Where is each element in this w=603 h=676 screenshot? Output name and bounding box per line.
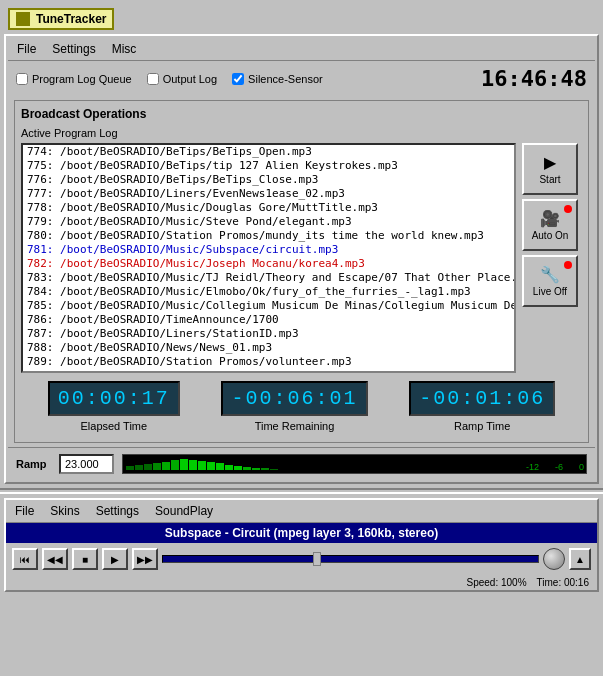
log-item: 787: /boot/BeOSRADIO/Liners/StationID.mp… — [27, 327, 510, 341]
log-item: 786: /boot/BeOSRADIO/TimeAnnounce/1700 — [27, 313, 510, 327]
wrench-icon: 🔧 — [540, 265, 560, 284]
log-item: 775: /boot/BeOSRADIO/BeTips/tip 127 Alie… — [27, 159, 510, 173]
player-menu: File Skins Settings SoundPlay — [6, 500, 597, 523]
vu-bar-4 — [153, 463, 161, 470]
title-bar: TuneTracker — [8, 8, 114, 30]
vu-bar-17 — [270, 469, 278, 470]
timer-group-1: -00:06:01Time Remaining — [221, 381, 367, 432]
silence-sensor-checkbox[interactable] — [232, 73, 244, 85]
ramp-label: Ramp — [16, 458, 51, 470]
app-icon — [16, 12, 30, 26]
menu-misc[interactable]: Misc — [109, 41, 140, 57]
play-icon: ▶ — [544, 153, 556, 172]
vu-bar-8 — [189, 460, 197, 470]
timer-label-0: Elapsed Time — [80, 420, 147, 432]
program-log-queue-label: Program Log Queue — [32, 73, 132, 85]
vu-bar-12 — [225, 465, 233, 470]
player-menu-file[interactable]: File — [12, 503, 37, 519]
timer-group-2: -00:01:06Ramp Time — [409, 381, 555, 432]
vu-bar-7 — [180, 459, 188, 470]
vu-bar-10 — [207, 462, 215, 470]
lcd-display-2: -00:01:06 — [409, 381, 555, 416]
vu-bar-14 — [243, 467, 251, 470]
vu-bar-2 — [135, 465, 143, 470]
vu-bar-16 — [261, 468, 269, 470]
vu-bar-5 — [162, 462, 170, 470]
log-item: 782: /boot/BeOSRADIO/Music/Joseph Mocanu… — [27, 257, 510, 271]
ramp-section: Ramp 23.000 — [8, 447, 595, 480]
log-item: 777: /boot/BeOSRADIO/Liners/EvenNews1eas… — [27, 187, 510, 201]
live-off-button[interactable]: 🔧 Live Off — [522, 255, 578, 307]
vu-bar-11 — [216, 463, 224, 470]
auto-on-button[interactable]: 🎥 Auto On — [522, 199, 578, 251]
log-item: 779: /boot/BeOSRADIO/Music/Steve Pond/el… — [27, 215, 510, 229]
player-menu-skins[interactable]: Skins — [47, 503, 82, 519]
play-button[interactable]: ▶ — [102, 548, 128, 570]
player-speed: Speed: 100% — [467, 577, 527, 588]
player-menu-settings[interactable]: Settings — [93, 503, 142, 519]
auto-on-label: Auto On — [532, 230, 569, 241]
player-window: File Skins Settings SoundPlay Subspace -… — [4, 498, 599, 592]
live-off-label: Live Off — [533, 286, 567, 297]
stop-button[interactable]: ■ — [72, 548, 98, 570]
start-button[interactable]: ▶ Start — [522, 143, 578, 195]
camera-icon: 🎥 — [540, 209, 560, 228]
timer-group-0: 00:00:17Elapsed Time — [48, 381, 180, 432]
lcd-display-0: 00:00:17 — [48, 381, 180, 416]
fast-forward-icon: ▶▶ — [137, 554, 153, 565]
log-item: 783: /boot/BeOSRADIO/Music/TJ Reidl/Theo… — [27, 271, 510, 285]
eject-button[interactable]: ▲ — [569, 548, 591, 570]
vu-bar-6 — [171, 460, 179, 470]
program-log-queue-checkbox[interactable] — [16, 73, 28, 85]
menu-settings[interactable]: Settings — [49, 41, 98, 57]
app-title: TuneTracker — [36, 12, 106, 26]
red-dot-auto — [564, 205, 572, 213]
player-menu-soundplay[interactable]: SoundPlay — [152, 503, 216, 519]
vu-bar-1 — [126, 466, 134, 470]
log-item: 781: /boot/BeOSRADIO/Music/Subspace/circ… — [27, 243, 510, 257]
player-title: Subspace - Circuit (mpeg layer 3, 160kb,… — [6, 523, 597, 543]
rewind-to-start-icon: ⏮ — [20, 554, 30, 565]
seek-thumb — [313, 552, 321, 566]
play-icon: ▶ — [111, 554, 119, 565]
vu-meter: -12 -6 0 — [122, 454, 587, 474]
lcd-display-1: -00:06:01 — [221, 381, 367, 416]
rewind-icon: ◀◀ — [47, 554, 63, 565]
vu-label-0: 0 — [579, 462, 584, 472]
separator — [0, 488, 603, 494]
rewind-button[interactable]: ◀◀ — [42, 548, 68, 570]
volume-knob[interactable] — [543, 548, 565, 570]
output-log-group: Output Log — [147, 73, 217, 85]
player-seek-bar[interactable] — [162, 555, 539, 563]
stop-icon: ■ — [82, 554, 88, 565]
broadcast-panel-title: Broadcast Operations — [21, 107, 582, 121]
fast-forward-button[interactable]: ▶▶ — [132, 548, 158, 570]
log-item: 785: /boot/BeOSRADIO/Music/Collegium Mus… — [27, 299, 510, 313]
clock-display: 16:46:48 — [481, 66, 587, 91]
menu-bar: File Settings Misc — [8, 38, 595, 61]
top-controls: Program Log Queue Output Log Silence-Sen… — [8, 61, 595, 96]
log-container: 772: /boot/BeOSRADIO/Station Promos/prom… — [21, 143, 582, 373]
program-log-list[interactable]: 772: /boot/BeOSRADIO/Station Promos/prom… — [21, 143, 516, 373]
player-time: Time: 00:16 — [537, 577, 589, 588]
rewind-to-start-button[interactable]: ⏮ — [12, 548, 38, 570]
vu-label-minus12: -12 — [526, 462, 539, 472]
red-dot-live — [564, 261, 572, 269]
log-item: 788: /boot/BeOSRADIO/News/News_01.mp3 — [27, 341, 510, 355]
vu-bar-9 — [198, 461, 206, 470]
menu-file[interactable]: File — [14, 41, 39, 57]
right-buttons: ▶ Start 🎥 Auto On 🔧 Live Off — [522, 143, 582, 373]
vu-label-minus6: -6 — [555, 462, 563, 472]
output-log-checkbox[interactable] — [147, 73, 159, 85]
player-controls: ⏮ ◀◀ ■ ▶ ▶▶ ▲ — [6, 543, 597, 575]
program-log-queue-group: Program Log Queue — [16, 73, 132, 85]
vu-bar-13 — [234, 466, 242, 470]
log-item: 778: /boot/BeOSRADIO/Music/Douglas Gore/… — [27, 201, 510, 215]
vu-bar-15 — [252, 468, 260, 470]
vu-bar-3 — [144, 464, 152, 470]
log-item: 784: /boot/BeOSRADIO/Music/Elmobo/Ok/fur… — [27, 285, 510, 299]
start-label: Start — [539, 174, 560, 185]
player-info: Speed: 100% Time: 00:16 — [6, 575, 597, 590]
timers-row: 00:00:17Elapsed Time-00:06:01Time Remain… — [21, 381, 582, 432]
log-item: 774: /boot/BeOSRADIO/BeTips/BeTips_Open.… — [27, 145, 510, 159]
